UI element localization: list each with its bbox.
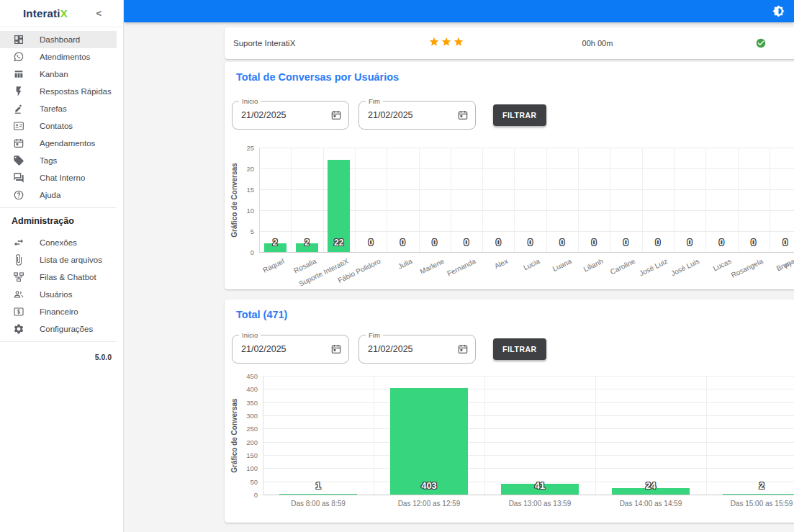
x-tick-label: Raquel (262, 257, 286, 274)
appbar (124, 0, 794, 22)
bar-value-label: 0 (369, 238, 374, 248)
sidebar-item-atendimentos[interactable]: Atendimentos (0, 48, 117, 66)
bar-value-label: 0 (528, 238, 533, 248)
help-icon (13, 189, 24, 201)
fim-date-input[interactable] (359, 102, 440, 129)
bar-value-label: 22 (334, 238, 343, 248)
x-tick-label: Alex (493, 257, 509, 270)
fim-date-input[interactable] (359, 335, 440, 363)
gridline (263, 415, 794, 416)
sidebar-item-chat-interno[interactable]: Chat Interno (0, 169, 117, 186)
y-tick-label: 250 (225, 425, 258, 433)
filtrar-button[interactable]: FILTRAR (493, 338, 546, 360)
x-tick-label: Das 13:00 as 13:59 (484, 500, 595, 508)
x-axis-line (263, 495, 794, 495)
chart-total-por-hora: Gráfico de Conversas05010015020025030035… (225, 369, 794, 517)
bar-value-label: 41 (535, 480, 545, 491)
star-icon (441, 37, 452, 50)
sidebar-item-tarefas[interactable]: Tarefas (0, 100, 117, 117)
logo-accent: X (60, 7, 68, 19)
section-title-usuarios: Total de Conversas por Usuários (236, 71, 399, 83)
sidebar-item-agendamentos[interactable]: Agendamentos (0, 135, 117, 152)
gridline (387, 148, 387, 252)
sidebar-item-label: Contatos (40, 122, 73, 130)
calendar-icon[interactable] (457, 343, 469, 355)
y-tick-label: 450 (225, 372, 258, 380)
bar-value-label: 403 (421, 480, 437, 491)
sidebar-item-label: Filas & Chatbot (40, 273, 96, 281)
y-axis-line (263, 376, 263, 495)
plot-area: 2Raquel2Rosalia22Suporte InteratiX0Fábio… (259, 148, 794, 252)
bar-value-label: 0 (592, 238, 597, 248)
calendar-icon[interactable] (330, 109, 342, 121)
divider (0, 207, 117, 208)
bar-value-label: 0 (719, 238, 724, 248)
x-tick-label: José Luis (669, 257, 700, 277)
bar-value-label: 0 (560, 238, 565, 248)
gridline (263, 455, 794, 456)
x-tick-label: Caroline (609, 257, 636, 276)
tag-icon (13, 155, 24, 166)
filtrar-button[interactable]: FILTRAR (493, 104, 546, 126)
sidebar-item-kanban[interactable]: Kanban (0, 66, 117, 83)
sidebar-item-label: Dashboard (40, 35, 80, 44)
gridline (705, 148, 706, 252)
y-axis-label: Gráfico de Conversas (230, 398, 238, 472)
bar-value-label: 2 (304, 238, 310, 248)
check-circle-icon (756, 38, 767, 49)
people-icon (13, 289, 24, 300)
sidebar-item-tags[interactable]: Tags (0, 152, 117, 169)
calendar-icon[interactable] (457, 109, 469, 121)
date-field-fim: Fim (358, 335, 476, 364)
inicio-date-input[interactable] (233, 335, 313, 363)
sidebar-collapse-icon[interactable]: < (96, 8, 101, 19)
gridline (291, 148, 292, 252)
bar-value-label: 0 (783, 238, 788, 248)
gridline (482, 148, 483, 252)
brightness-toggle-icon[interactable] (772, 5, 785, 17)
gridline (484, 376, 485, 495)
x-axis-line (259, 252, 794, 253)
sidebar-item-lista-de-arquivos[interactable]: Lista de arquivos (0, 251, 117, 269)
y-tick-label: 300 (225, 412, 258, 420)
sidebar-item-respostas-r-pidas[interactable]: Respostas Rápidas (0, 83, 117, 100)
sidebar: InteratiX < DashboardAtendimentosKanbanR… (0, 0, 124, 532)
swap-icon (13, 237, 24, 248)
y-tick-label: 15 (225, 186, 254, 194)
x-tick-label: Das 8:00 as 8:59 (263, 500, 374, 508)
inicio-date-input[interactable] (233, 102, 313, 129)
table-row[interactable]: Suporte InteratiX 00h 00m (225, 27, 794, 59)
sidebar-item-label: Tarefas (40, 104, 67, 113)
gridline (355, 148, 356, 252)
gridline (451, 148, 451, 252)
app-version: 5.0.0 (0, 346, 123, 361)
gridline (770, 148, 770, 252)
bar-value-label: 0 (751, 238, 756, 248)
sidebar-item-label: Agendamentos (40, 139, 95, 148)
sidebar-item-ajuda[interactable]: Ajuda (0, 186, 117, 204)
whatsapp-icon (13, 51, 24, 63)
calendar-icon[interactable] (330, 343, 342, 355)
sidebar-item-configura-es[interactable]: Configurações (0, 320, 117, 338)
x-tick-label: Das 14:00 as 14:59 (595, 500, 706, 508)
sidebar-item-dashboard[interactable]: Dashboard (0, 31, 117, 48)
bar-value-label: 0 (496, 238, 501, 248)
row-user-name: Suporte InteratiX (233, 39, 295, 48)
card-total-conversas: Total (471) Inicio Fim FILTRAR Gráfico d… (225, 299, 794, 523)
sidebar-item-filas-chatbot[interactable]: Filas & Chatbot (0, 269, 117, 286)
row-time-value: 00h 00m (582, 39, 613, 48)
bar-value-label: 2 (273, 238, 278, 248)
date-field-label: Inicio (239, 331, 261, 339)
bar-value-label: 0 (687, 238, 693, 248)
sidebar-item-contatos[interactable]: Contatos (0, 117, 117, 135)
gridline (263, 402, 794, 403)
x-tick-label: Fernanda (446, 257, 477, 278)
sidebar-item-financeiro[interactable]: Financeiro (0, 303, 117, 320)
gridline (263, 428, 794, 429)
gridline (259, 148, 794, 148)
sidebar-nav-admin: ConexõesLista de arquivosFilas & Chatbot… (0, 230, 123, 338)
sidebar-item-conex-es[interactable]: Conexões (0, 234, 117, 251)
sidebar-item-usu-rios[interactable]: Usuários (0, 286, 117, 303)
contact-card-icon (13, 120, 24, 132)
y-tick-label: 20 (225, 165, 254, 173)
